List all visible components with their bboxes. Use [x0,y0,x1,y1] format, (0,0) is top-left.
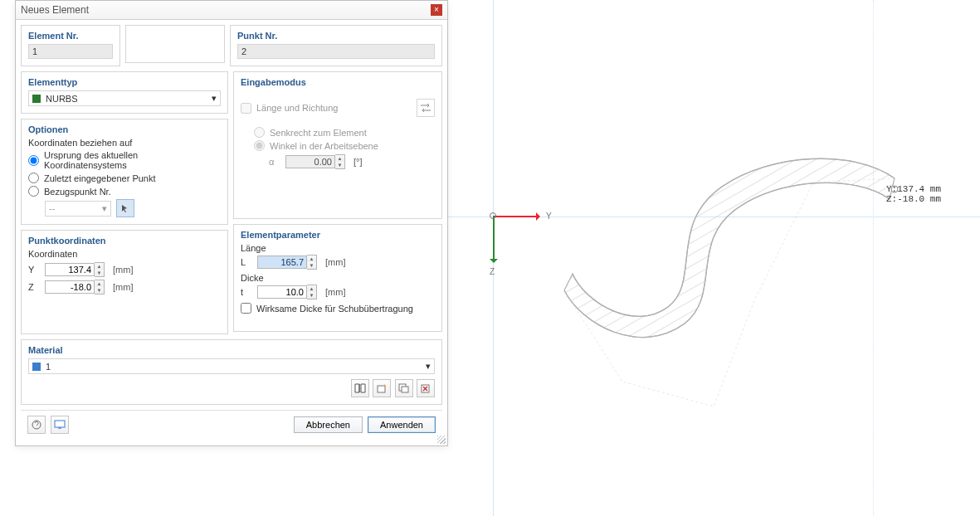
help-icon [32,420,41,430]
t-label: t [241,287,252,297]
material-title: Material [28,345,435,355]
delete-icon [420,383,431,393]
wirksame-dicke-check[interactable]: Wirksame Dicke für Schubübertragung [241,303,435,314]
chevron-up-icon[interactable]: ▲ [307,256,316,262]
apply-button[interactable]: Anwenden [368,416,436,433]
bezugspunkt-select[interactable]: --▾ [45,201,111,217]
l-label: L [241,257,252,267]
radio-ursprung[interactable]: Ursprung des aktuellen Koordinatensystem… [28,150,221,170]
book-icon [354,383,366,393]
resize-grip[interactable] [437,436,446,444]
radio-zuletzt[interactable]: Zuletzt eingegebener Punkt [28,173,221,183]
titlebar[interactable]: Neues Element × [16,1,447,20]
direction-toggle-button[interactable] [417,99,435,117]
alpha-unit: [°] [353,157,363,167]
viewport[interactable]: Y Z Y:137.4 mm Z:-18.0 mm [448,0,980,516]
y-input[interactable]: ▲▼ [45,262,105,277]
elementparameter-title: Elementparameter [241,230,435,240]
svg-rect-7 [55,421,65,427]
elementtyp-group: Elementtyp NURBS ▾ [21,71,228,114]
dicke-label: Dicke [241,273,435,283]
z-label: Z [28,282,40,292]
chevron-down-icon: ▾ [102,203,107,214]
element-nr-group: Element Nr. 1 [21,25,120,66]
t-input[interactable]: ▲▼ [257,285,317,299]
chevron-down-icon: ▾ [426,361,431,372]
spacer-group [125,25,225,63]
elementtyp-label: Elementtyp [28,77,221,87]
elementparameter-group: Elementparameter Länge L ▲▼ [mm] Dicke t… [233,224,442,332]
t-unit: [mm] [325,287,345,297]
chevron-down-icon: ▼ [335,162,344,168]
svg-rect-4 [402,387,408,392]
svg-rect-2 [378,386,385,392]
laenge-label: Länge [241,243,435,253]
z-input[interactable]: ▲▼ [45,280,105,295]
chevron-up-icon[interactable]: ▲ [95,263,104,270]
new-material-button[interactable] [373,379,391,397]
dialog-title: Neues Element [21,4,89,16]
new-icon [376,383,388,393]
nurbs-element-shape [523,133,904,415]
optionen-group: Optionen Koordinaten beziehen auf Urspru… [21,119,228,225]
copy-icon [398,383,410,393]
color-swatch-icon [32,363,41,371]
new-element-dialog: Neues Element × Element Nr. 1 Punkt Nr. … [15,0,448,446]
alpha-input: ▲▼ [285,154,345,169]
pointer-icon [120,203,130,213]
y-label: Y [28,265,40,275]
footer: Abbrechen Anwenden [21,410,442,441]
chevron-down-icon[interactable]: ▼ [307,262,316,269]
koordinaten-label: Koordinaten [28,249,221,259]
laenge-richtung-check[interactable]: Länge und Richtung [241,103,338,114]
pick-point-button[interactable] [116,199,134,217]
chevron-down-icon[interactable]: ▼ [307,292,316,299]
punktkoordinaten-group: Punktkoordinaten Koordinaten Y ▲▼ [mm] Z… [21,230,228,334]
swap-icon [420,103,431,113]
library-button[interactable] [351,379,369,397]
optionen-subtitle: Koordinaten beziehen auf [28,138,221,148]
eingabemodus-group: Eingabemodus Länge und Richtung Senkrech… [233,71,442,219]
y-unit: [mm] [113,265,133,275]
chevron-up-icon: ▲ [335,155,344,162]
radio-senkrecht: Senkrecht zum Element [254,127,435,138]
chevron-down-icon[interactable]: ▼ [95,270,104,276]
delete-material-button[interactable] [417,379,435,397]
chevron-down-icon[interactable]: ▼ [95,287,104,294]
punkt-nr-label: Punkt Nr. [237,31,435,41]
elementtyp-value: NURBS [46,94,78,104]
help-button[interactable] [27,416,46,434]
material-select[interactable]: 1 ▾ [28,358,435,374]
chevron-up-icon[interactable]: ▲ [95,280,104,287]
alpha-label: α [269,157,280,167]
cancel-button[interactable]: Abbrechen [294,416,363,433]
material-value: 1 [46,362,51,372]
elementtyp-select[interactable]: NURBS ▾ [28,90,221,106]
z-unit: [mm] [113,282,133,292]
punktkoordinaten-title: Punktkoordinaten [28,236,221,246]
color-swatch-icon [32,95,41,103]
element-nr-value: 1 [28,44,113,59]
optionen-title: Optionen [28,124,221,134]
cursor-readout: Y:137.4 mm Z:-18.0 mm [886,184,941,204]
l-unit: [mm] [325,257,345,267]
z-axis-label: Z [490,267,495,276]
chevron-up-icon[interactable]: ▲ [307,285,316,292]
element-nr-label: Element Nr. [28,31,113,41]
punkt-nr-value: 2 [237,44,435,59]
radio-bezugspunkt[interactable]: Bezugspunkt Nr. [28,186,221,197]
material-group: Material 1 ▾ [21,339,442,405]
eingabemodus-title: Eingabemodus [241,77,435,87]
chevron-down-icon: ▾ [212,93,217,104]
close-button[interactable]: × [431,4,442,16]
copy-material-button[interactable] [395,379,413,397]
monitor-icon [54,420,66,430]
display-button[interactable] [51,416,69,434]
punkt-nr-group: Punkt Nr. 2 [230,25,442,66]
l-input[interactable]: ▲▼ [257,255,317,270]
radio-winkel: Winkel in der Arbeitsebene [254,140,435,151]
